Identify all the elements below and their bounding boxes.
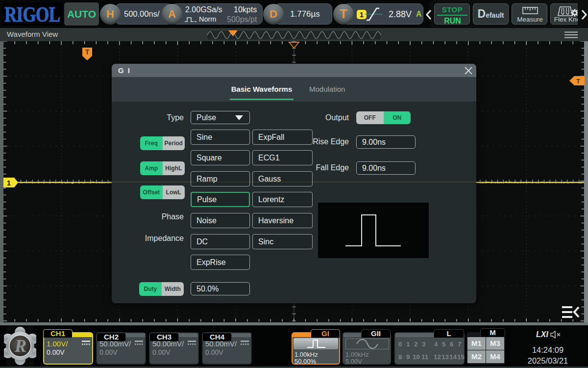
- svg-text:T: T: [576, 78, 580, 85]
- svg-text:T: T: [85, 48, 90, 56]
- svg-text:1: 1: [7, 179, 11, 187]
- svg-text:R: R: [14, 336, 26, 356]
